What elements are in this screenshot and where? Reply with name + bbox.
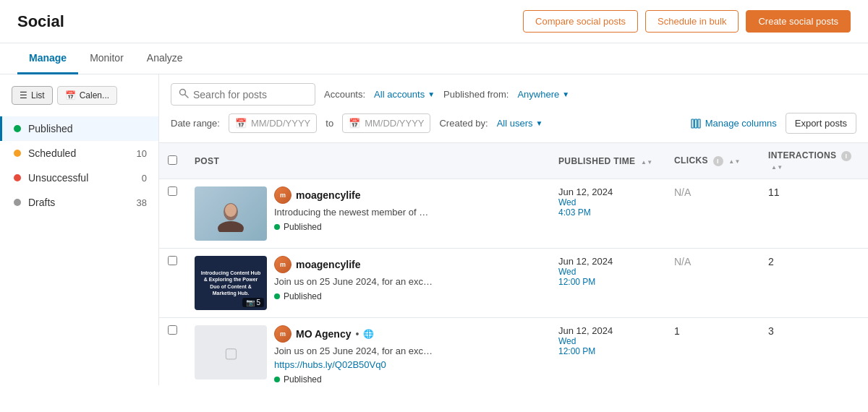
- filters-bar: Accounts: All accounts ▼ Published from:…: [159, 74, 868, 143]
- col-header-clicks[interactable]: CLICKS i ▲▼: [665, 143, 760, 179]
- published-from-caret: ▼: [562, 90, 569, 98]
- account-name-2: moagencylife: [296, 259, 360, 270]
- col-header-interactions[interactable]: INTERACTIONS i ▲▼: [760, 143, 868, 179]
- published-from-dropdown[interactable]: Anywhere ▼: [517, 89, 569, 100]
- post-thumb-3: ▢: [195, 325, 267, 379]
- accounts-label: Accounts:: [324, 89, 365, 100]
- avatar-3: m: [274, 325, 292, 343]
- post-cell-2: Introducing Content Hub & Exploring the …: [195, 256, 541, 310]
- accounts-caret: ▼: [427, 90, 435, 98]
- compare-posts-button[interactable]: Compare social posts: [523, 10, 638, 33]
- svg-point-6: [218, 221, 244, 232]
- status-badge-1: Published: [274, 222, 433, 232]
- calendar-to-icon: 📅: [349, 118, 360, 129]
- date-range-label: Date range:: [171, 118, 220, 129]
- status-dot-3: [274, 377, 280, 382]
- published-from-label: Published from:: [443, 89, 509, 100]
- nav-tabs: Manage Monitor Analyze: [0, 43, 868, 74]
- calendar-from-icon: 📅: [235, 118, 247, 129]
- post-cell-3: ▢ m MO Agency • 🌐 Join us on 25 June 202…: [195, 325, 541, 385]
- globe-icon: 🌐: [363, 329, 374, 339]
- status-dot-2: [274, 293, 280, 299]
- date-from-input[interactable]: 📅 MM/DD/YYYY: [229, 113, 317, 133]
- scheduled-dot: [14, 150, 21, 157]
- post-account-1: m moagencylife: [274, 186, 433, 204]
- posts-table: POST PUBLISHED TIME ▲▼ CLICKS i ▲▼ INT: [159, 143, 868, 385]
- search-icon: [179, 88, 189, 100]
- account-dot-3: •: [356, 328, 359, 340]
- time-cell-2: Jun 12, 2024 Wed 12:00 PM: [558, 256, 657, 287]
- sidebar-item-published[interactable]: Published: [0, 116, 158, 141]
- sidebar-item-unsuccessful[interactable]: Unsuccessful 0: [0, 166, 158, 190]
- calendar-view-button[interactable]: 📅 Calen...: [57, 86, 117, 105]
- manage-columns-button[interactable]: Manage columns: [691, 118, 777, 129]
- account-name-1: moagencylife: [296, 189, 360, 201]
- svg-line-1: [185, 95, 189, 98]
- schedule-bulk-button[interactable]: Schedule in bulk: [645, 10, 739, 33]
- sidebar-item-scheduled[interactable]: Scheduled 10: [0, 141, 158, 166]
- published-time-sort: ▲▼: [641, 160, 653, 166]
- svg-point-7: [225, 204, 237, 217]
- svg-rect-2: [692, 119, 694, 128]
- tab-analyze[interactable]: Analyze: [135, 43, 195, 74]
- created-by-caret: ▼: [536, 119, 543, 127]
- date-to-input[interactable]: 📅 MM/DD/YYYY: [342, 113, 430, 133]
- clicks-2: N/A: [665, 249, 760, 318]
- list-icon: ☰: [20, 90, 27, 100]
- created-by-dropdown[interactable]: All users ▼: [497, 118, 543, 129]
- sidebar-item-drafts[interactable]: Drafts 38: [0, 190, 158, 215]
- clicks-1: N/A: [665, 179, 760, 249]
- clicks-sort: ▲▼: [728, 159, 741, 165]
- header-actions: Compare social posts Schedule in bulk Cr…: [523, 10, 851, 33]
- unsuccessful-label: Unsuccessful: [28, 172, 142, 184]
- col-header-published-time[interactable]: PUBLISHED TIME ▲▼: [550, 143, 665, 179]
- tab-monitor[interactable]: Monitor: [78, 43, 135, 74]
- drafts-count: 38: [137, 197, 147, 208]
- post-thumb-2: Introducing Content Hub & Exploring the …: [195, 256, 267, 310]
- col-header-post: POST: [186, 143, 550, 179]
- post-link-3[interactable]: https://hubs.ly/Q02B50Vq0: [274, 359, 433, 370]
- posts-table-wrapper: POST PUBLISHED TIME ▲▼ CLICKS i ▲▼ INT: [159, 143, 868, 385]
- status-badge-3: Published: [274, 374, 433, 385]
- interactions-1: 11: [760, 179, 868, 249]
- post-info-2: m moagencylife Join us on 25 June 2024, …: [274, 256, 433, 301]
- date-separator: to: [326, 118, 333, 129]
- row3-checkbox[interactable]: [168, 325, 177, 335]
- table-row: Introducing Content Hub & Exploring the …: [159, 249, 868, 318]
- select-all-checkbox[interactable]: [168, 155, 177, 165]
- row1-checkbox[interactable]: [168, 186, 177, 196]
- row2-checkbox[interactable]: [168, 256, 177, 265]
- search-input[interactable]: [193, 89, 294, 100]
- calendar-icon: 📅: [65, 90, 76, 100]
- export-posts-button[interactable]: Export posts: [786, 113, 856, 134]
- status-dot-1: [274, 224, 280, 230]
- post-text-3: Join us on 25 June 2024, for an exclusiv…: [274, 346, 433, 356]
- create-posts-button[interactable]: Create social posts: [746, 10, 851, 33]
- post-thumb-1: [195, 186, 267, 241]
- columns-icon: [691, 119, 701, 129]
- tab-manage[interactable]: Manage: [17, 43, 78, 74]
- list-view-button[interactable]: ☰ List: [12, 86, 53, 105]
- avatar-2: m: [274, 256, 292, 273]
- published-label: Published: [28, 123, 147, 134]
- post-text-2: Join us on 25 June 2024, for an exclusiv…: [274, 276, 433, 287]
- post-account-3: m MO Agency • 🌐: [274, 325, 433, 343]
- thumb-person-img: [209, 196, 252, 232]
- clicks-info-icon[interactable]: i: [713, 156, 723, 166]
- post-text-1: Introducing the newest member of our te: [274, 207, 433, 218]
- post-account-2: m moagencylife: [274, 256, 433, 273]
- post-cell-1: m moagencylife Introducing the newest me…: [195, 186, 541, 241]
- time-cell-1: Jun 12, 2024 Wed 4:03 PM: [558, 186, 657, 218]
- post-info-3: m MO Agency • 🌐 Join us on 25 June 2024,…: [274, 325, 433, 385]
- published-dot: [14, 125, 21, 132]
- interactions-info-icon[interactable]: i: [841, 151, 851, 161]
- status-badge-2: Published: [274, 291, 433, 301]
- account-name-3: MO Agency: [296, 328, 352, 340]
- unsuccessful-dot: [14, 174, 21, 181]
- table-row: ▢ m MO Agency • 🌐 Join us on 25 June 202…: [159, 318, 868, 386]
- accounts-dropdown[interactable]: All accounts ▼: [374, 89, 435, 100]
- sidebar: ☰ List 📅 Calen... Published Scheduled 10…: [0, 74, 159, 385]
- post-info-1: m moagencylife Introducing the newest me…: [274, 186, 433, 232]
- scheduled-count: 10: [137, 148, 147, 159]
- app-title: Social: [17, 12, 64, 31]
